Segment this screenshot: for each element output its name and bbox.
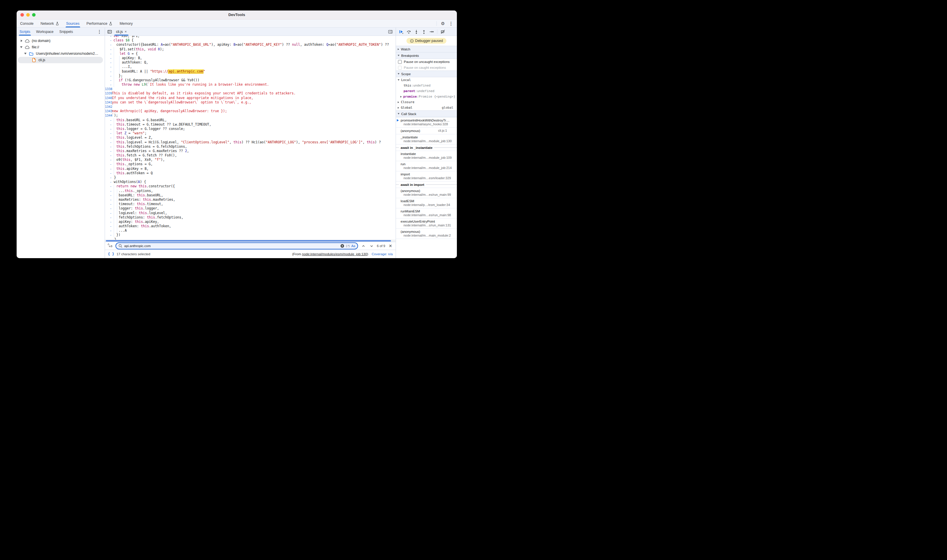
next-match-icon[interactable] — [369, 243, 374, 249]
gutter-line-number[interactable]: - — [105, 145, 112, 149]
call-stack-frame[interactable]: executeUserEntryPointnode:internal/m…s/r… — [396, 218, 457, 229]
gutter-line-number[interactable]: - — [105, 193, 112, 197]
gutter-line-number[interactable]: - — [105, 56, 112, 60]
gutter-line-number[interactable]: - — [105, 184, 112, 189]
call-stack-frame[interactable]: loadESMnode:internal/p…/esm_loader:34 — [396, 198, 457, 208]
gutter-line-number[interactable]: 1342 — [105, 105, 112, 109]
previous-match-icon[interactable] — [360, 243, 366, 249]
resume-script-button[interactable] — [398, 29, 405, 35]
gutter-line-number[interactable]: - — [105, 83, 112, 87]
coverage-link[interactable]: Coverage: n/a — [372, 252, 393, 256]
gutter-line-number[interactable]: - — [105, 220, 112, 224]
gutter-line-number[interactable]: 1341 — [105, 100, 112, 105]
gutter-line-number[interactable]: - — [105, 69, 112, 74]
scrollbar-thumb[interactable] — [106, 240, 391, 242]
call-stack-frame[interactable]: (anonymous)node:internal/m…main_module:2 — [396, 229, 457, 239]
search-query-text[interactable]: api.anthropic.com — [124, 244, 338, 248]
scope-group-row[interactable]: Local — [396, 77, 457, 83]
deactivate-breakpoints-button[interactable] — [440, 29, 446, 35]
gutter-line-number[interactable]: - — [105, 43, 112, 47]
section-watch[interactable]: Watch — [396, 46, 457, 52]
tree-item-file-protocol[interactable]: file:// — [17, 44, 105, 51]
gutter-line-number[interactable]: 1344 — [105, 113, 112, 118]
call-stack-frame[interactable]: runMainESMnode:internal/m…es/run_main:98 — [396, 208, 457, 218]
tree-item-cli-js[interactable]: cli.js — [17, 57, 105, 63]
gutter-line-number[interactable]: - — [105, 197, 112, 202]
more-options-menu-icon[interactable]: ⋮ — [447, 20, 455, 27]
step-into-button[interactable] — [413, 29, 420, 35]
section-breakpoints[interactable]: Breakpoints — [396, 52, 457, 59]
chevron-right-icon[interactable] — [21, 40, 22, 42]
gutter-line-number[interactable]: - — [105, 65, 112, 69]
tree-item-no-domain[interactable]: (no domain) — [17, 38, 105, 44]
gutter-line-number[interactable]: - — [105, 52, 112, 56]
gutter-line-number[interactable]: - — [105, 171, 112, 175]
navigator-more-menu-icon[interactable]: ⋮ — [96, 29, 103, 35]
search-input[interactable]: api.anthropic.com (.*) Aa — [116, 242, 358, 249]
scope-group-row[interactable]: Closure — [396, 99, 457, 105]
scope-property-row[interactable]: parent: undefined — [396, 88, 457, 94]
gutter-line-number[interactable]: - — [105, 122, 112, 127]
close-find-bar-icon[interactable]: ✕ — [387, 243, 393, 248]
show-debugger-sidebar-icon[interactable] — [387, 29, 394, 35]
gutter-line-number[interactable]: - — [105, 202, 112, 206]
gutter-line-number[interactable]: - — [105, 153, 112, 158]
gutter-line-number[interactable]: - — [105, 78, 112, 83]
tree-item-node-folder[interactable]: Users/jinhuilee/.nvm/versions/node/v2… — [17, 51, 105, 57]
tab-scripts[interactable]: Scripts — [17, 28, 33, 35]
gutter-line-number[interactable]: - — [105, 233, 112, 237]
scope-group-row[interactable]: Globalglobal — [396, 105, 457, 111]
gutter-line-number[interactable]: - — [105, 211, 112, 215]
hide-navigator-icon[interactable] — [106, 29, 113, 35]
step-out-button[interactable] — [420, 29, 427, 35]
gutter-line-number[interactable]: - — [105, 140, 112, 145]
gutter-line-number[interactable]: 1338 — [105, 87, 112, 91]
gutter-line-number[interactable]: - — [105, 38, 112, 43]
pause-on-caught-exceptions-row[interactable]: Pause on caught exceptions — [396, 65, 457, 71]
gutter-line-number[interactable]: - — [105, 224, 112, 228]
gutter-line-number[interactable]: - — [105, 47, 112, 52]
gutter-line-number[interactable]: - — [105, 180, 112, 184]
section-scope[interactable]: Scope — [396, 71, 457, 77]
tab-memory[interactable]: Memory — [116, 20, 136, 28]
checkbox-unchecked[interactable] — [398, 60, 402, 64]
chevron-right-icon[interactable] — [400, 96, 402, 98]
gutter-line-number[interactable]: - — [105, 162, 112, 166]
gutter-line-number[interactable]: - — [105, 228, 112, 233]
gutter-line-number[interactable]: - — [105, 215, 112, 220]
chevron-right-icon[interactable] — [398, 102, 399, 103]
tab-console[interactable]: Console — [17, 20, 37, 28]
call-stack-frame[interactable]: (anonymous)node:internal/m…es/run_main:9… — [396, 188, 457, 198]
gutter-line-number[interactable]: - — [105, 118, 112, 122]
gutter-line-number[interactable]: - — [105, 175, 112, 180]
gutter-line-number[interactable]: - — [105, 149, 112, 153]
gutter-line-number[interactable]: - — [105, 158, 112, 162]
tab-network[interactable]: Network — [37, 20, 63, 28]
gutter-line-number[interactable]: - — [105, 74, 112, 78]
regex-toggle-icon[interactable]: (.*) — [346, 245, 350, 248]
editor-tab-cli-js[interactable]: cli.js× — [113, 28, 130, 35]
pause-on-uncaught-exceptions-row[interactable]: Pause on uncaught exceptions — [396, 59, 457, 65]
settings-gear-icon[interactable]: ⚙ — [440, 20, 446, 27]
gutter-line-number[interactable]: - — [105, 135, 112, 140]
chevron-down-icon[interactable] — [398, 79, 399, 81]
call-stack-frame[interactable]: instantiatenode:internal/m…module_job:10… — [396, 151, 457, 161]
gutter-line-number[interactable]: 1340 — [105, 96, 112, 100]
gutter-line-number[interactable]: 1339 — [105, 91, 112, 95]
call-stack-frame[interactable]: _instantiatenode:internal/m…module_job:1… — [396, 134, 457, 145]
gutter-line-number[interactable]: - — [105, 167, 112, 171]
close-tab-icon[interactable]: × — [125, 29, 127, 34]
scope-property-row[interactable]: this: undefined — [396, 83, 457, 88]
gutter-line-number[interactable]: - — [105, 36, 112, 38]
gutter-line-number[interactable]: - — [105, 189, 112, 193]
gutter-line-number[interactable]: - — [105, 206, 112, 211]
gutter-line-number[interactable]: - — [105, 131, 112, 135]
step-button[interactable] — [428, 29, 435, 35]
checkbox-unchecked[interactable] — [398, 66, 402, 70]
horizontal-scrollbar[interactable] — [105, 240, 396, 242]
call-stack-frame[interactable]: importnode:internal/m…esm/loader:329 — [396, 171, 457, 182]
gutter-line-number[interactable]: - — [105, 127, 112, 131]
call-stack-frame[interactable]: promiseInitHookWithDestroyTr…node:intern… — [396, 117, 457, 128]
match-case-toggle-icon[interactable]: Aa — [351, 244, 355, 248]
call-stack-frame[interactable]: runnode:internal/m…module_job:214 — [396, 161, 457, 171]
